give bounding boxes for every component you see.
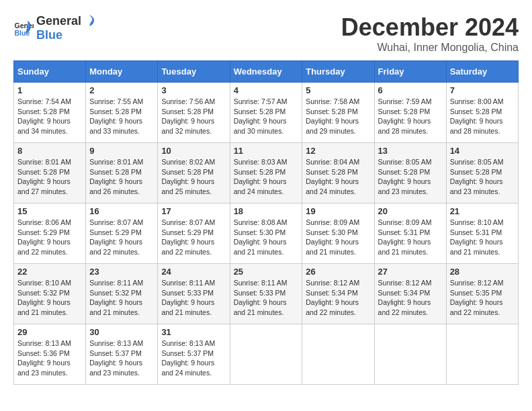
day-number: 8 — [17, 146, 82, 156]
header-wednesday: Wednesday — [230, 61, 302, 83]
table-row: 13 Sunrise: 8:05 AM Sunset: 5:28 PM Dayl… — [374, 143, 446, 203]
sunset-text: Sunset: 5:28 PM — [450, 168, 502, 176]
daylight-text: Daylight: 9 hours and 22 minutes. — [89, 238, 142, 256]
sunset-text: Sunset: 5:34 PM — [378, 289, 431, 297]
daylight-text: Daylight: 9 hours and 33 minutes. — [89, 117, 142, 135]
header-tuesday: Tuesday — [158, 61, 230, 83]
daylight-text: Daylight: 9 hours and 30 minutes. — [234, 117, 287, 135]
sunset-text: Sunset: 5:28 PM — [161, 107, 214, 116]
sunrise-text: Sunrise: 8:10 AM — [17, 279, 71, 287]
sunset-text: Sunset: 5:30 PM — [234, 228, 286, 236]
day-info: Sunrise: 8:11 AM Sunset: 5:33 PM Dayligh… — [161, 278, 226, 318]
sunrise-text: Sunrise: 7:57 AM — [234, 97, 287, 105]
day-number: 4 — [234, 85, 299, 95]
sunset-text: Sunset: 5:28 PM — [234, 168, 286, 176]
day-number: 25 — [234, 267, 299, 277]
table-row: 7 Sunrise: 8:00 AM Sunset: 5:28 PM Dayli… — [446, 83, 518, 143]
day-number: 9 — [89, 146, 154, 156]
day-number: 6 — [378, 85, 443, 95]
header: General Blue General Blue December 2024 … — [13, 13, 519, 54]
table-row: 16 Sunrise: 8:07 AM Sunset: 5:29 PM Dayl… — [86, 203, 158, 264]
daylight-text: Daylight: 9 hours and 34 minutes. — [17, 117, 71, 135]
sunrise-text: Sunrise: 8:05 AM — [450, 158, 504, 166]
table-row: 17 Sunrise: 8:07 AM Sunset: 5:29 PM Dayl… — [158, 203, 230, 264]
day-number: 7 — [450, 85, 515, 95]
day-number: 20 — [378, 206, 443, 216]
day-number: 21 — [450, 206, 515, 216]
sunset-text: Sunset: 5:32 PM — [17, 289, 70, 297]
day-info: Sunrise: 8:05 AM Sunset: 5:28 PM Dayligh… — [450, 157, 515, 197]
location-title: Wuhai, Inner Mongolia, China — [341, 42, 519, 54]
sunset-text: Sunset: 5:28 PM — [161, 168, 214, 176]
sunrise-text: Sunrise: 8:02 AM — [161, 158, 215, 166]
sunset-text: Sunset: 5:28 PM — [89, 168, 142, 176]
table-row: 6 Sunrise: 7:59 AM Sunset: 5:28 PM Dayli… — [374, 83, 446, 143]
day-info: Sunrise: 8:12 AM Sunset: 5:34 PM Dayligh… — [306, 278, 370, 318]
header-monday: Monday — [86, 61, 158, 83]
svg-text:Blue: Blue — [15, 28, 30, 36]
sunrise-text: Sunrise: 8:12 AM — [378, 279, 432, 287]
day-info: Sunrise: 8:09 AM Sunset: 5:30 PM Dayligh… — [306, 218, 370, 257]
daylight-text: Daylight: 9 hours and 24 minutes. — [161, 359, 214, 377]
sunset-text: Sunset: 5:30 PM — [306, 228, 358, 236]
day-number: 19 — [306, 206, 370, 216]
day-info: Sunrise: 8:13 AM Sunset: 5:37 PM Dayligh… — [89, 338, 154, 378]
day-info: Sunrise: 8:11 AM Sunset: 5:33 PM Dayligh… — [234, 278, 299, 318]
day-number: 1 — [17, 85, 82, 95]
sunrise-text: Sunrise: 8:06 AM — [17, 218, 71, 226]
month-title: December 2024 — [341, 13, 519, 42]
day-info: Sunrise: 8:12 AM Sunset: 5:34 PM Dayligh… — [378, 278, 443, 318]
sunset-text: Sunset: 5:28 PM — [306, 107, 358, 116]
table-row: 29 Sunrise: 8:13 AM Sunset: 5:36 PM Dayl… — [14, 324, 86, 385]
sunset-text: Sunset: 5:28 PM — [378, 168, 431, 176]
logo-icon: General Blue — [13, 18, 34, 38]
logo-general-text: General — [36, 14, 81, 28]
sunrise-text: Sunrise: 7:58 AM — [306, 97, 359, 105]
daylight-text: Daylight: 9 hours and 24 minutes. — [306, 177, 359, 195]
sunrise-text: Sunrise: 8:09 AM — [378, 218, 432, 226]
sunrise-text: Sunrise: 8:01 AM — [17, 158, 71, 166]
logo: General Blue General Blue — [13, 13, 97, 42]
day-info: Sunrise: 8:08 AM Sunset: 5:30 PM Dayligh… — [234, 218, 299, 257]
table-row: 12 Sunrise: 8:04 AM Sunset: 5:28 PM Dayl… — [302, 143, 374, 203]
day-number: 26 — [306, 267, 370, 277]
sunset-text: Sunset: 5:28 PM — [17, 107, 70, 116]
day-info: Sunrise: 8:01 AM Sunset: 5:28 PM Dayligh… — [17, 157, 82, 197]
daylight-text: Daylight: 9 hours and 21 minutes. — [17, 298, 71, 316]
week-row-4: 22 Sunrise: 8:10 AM Sunset: 5:32 PM Dayl… — [14, 264, 519, 324]
sunrise-text: Sunrise: 8:11 AM — [234, 279, 287, 287]
day-info: Sunrise: 8:11 AM Sunset: 5:32 PM Dayligh… — [89, 278, 154, 318]
table-row — [230, 324, 302, 385]
sunrise-text: Sunrise: 8:13 AM — [17, 339, 71, 347]
day-info: Sunrise: 8:05 AM Sunset: 5:28 PM Dayligh… — [378, 157, 443, 197]
table-row: 24 Sunrise: 8:11 AM Sunset: 5:33 PM Dayl… — [158, 264, 230, 324]
day-info: Sunrise: 7:56 AM Sunset: 5:28 PM Dayligh… — [161, 97, 226, 136]
daylight-text: Daylight: 9 hours and 29 minutes. — [306, 117, 359, 135]
table-row: 11 Sunrise: 8:03 AM Sunset: 5:28 PM Dayl… — [230, 143, 302, 203]
sunrise-text: Sunrise: 7:59 AM — [378, 97, 432, 105]
sunset-text: Sunset: 5:37 PM — [161, 349, 214, 357]
day-number: 31 — [161, 327, 226, 337]
sunrise-text: Sunrise: 8:10 AM — [450, 218, 504, 226]
week-row-1: 1 Sunrise: 7:54 AM Sunset: 5:28 PM Dayli… — [14, 83, 519, 143]
day-info: Sunrise: 8:01 AM Sunset: 5:28 PM Dayligh… — [89, 157, 154, 197]
day-number: 12 — [306, 146, 370, 156]
sunset-text: Sunset: 5:33 PM — [234, 289, 286, 297]
table-row: 25 Sunrise: 8:11 AM Sunset: 5:33 PM Dayl… — [230, 264, 302, 324]
table-row: 2 Sunrise: 7:55 AM Sunset: 5:28 PM Dayli… — [86, 83, 158, 143]
daylight-text: Daylight: 9 hours and 22 minutes. — [306, 298, 359, 316]
daylight-text: Daylight: 9 hours and 21 minutes. — [89, 298, 142, 316]
header-sunday: Sunday — [14, 61, 86, 83]
sunrise-text: Sunrise: 8:03 AM — [234, 158, 287, 166]
day-number: 10 — [161, 146, 226, 156]
table-row: 8 Sunrise: 8:01 AM Sunset: 5:28 PM Dayli… — [14, 143, 86, 203]
table-row: 14 Sunrise: 8:05 AM Sunset: 5:28 PM Dayl… — [446, 143, 518, 203]
table-row: 15 Sunrise: 8:06 AM Sunset: 5:29 PM Dayl… — [14, 203, 86, 264]
table-row: 18 Sunrise: 8:08 AM Sunset: 5:30 PM Dayl… — [230, 203, 302, 264]
sunset-text: Sunset: 5:28 PM — [234, 107, 286, 116]
daylight-text: Daylight: 9 hours and 24 minutes. — [234, 177, 287, 195]
sunrise-text: Sunrise: 8:04 AM — [306, 158, 359, 166]
day-info: Sunrise: 8:13 AM Sunset: 5:36 PM Dayligh… — [17, 338, 82, 378]
table-row: 27 Sunrise: 8:12 AM Sunset: 5:34 PM Dayl… — [374, 264, 446, 324]
sunrise-text: Sunrise: 8:05 AM — [378, 158, 432, 166]
